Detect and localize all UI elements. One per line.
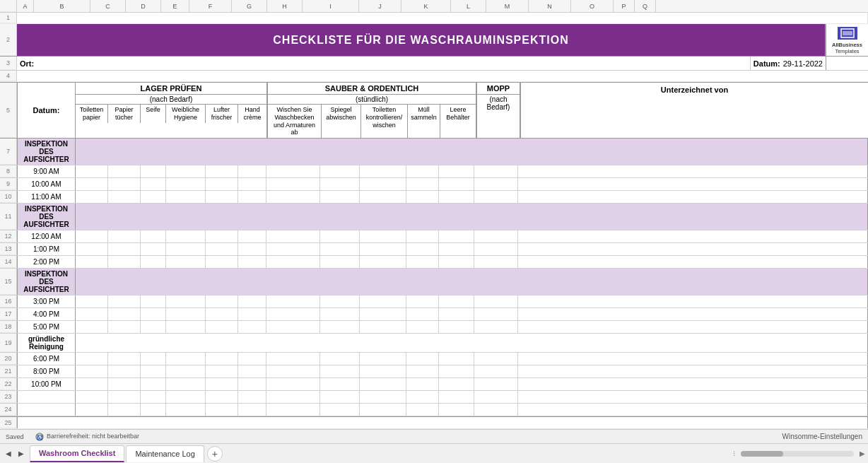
sauber-sub: (stündlich)	[268, 95, 476, 104]
tab-maintenance-log[interactable]: Maintenance Log	[126, 445, 204, 462]
col-luftfrischer: Lufter frischer	[206, 105, 238, 123]
col-letter-L: L	[451, 0, 486, 12]
col-letter-C: C	[90, 0, 126, 12]
lager-sub: (nach Bedarf)	[76, 95, 266, 104]
col-letter-K: K	[401, 0, 451, 12]
col-letter-G: G	[232, 0, 267, 12]
table-row: 163:00 PM	[0, 295, 868, 308]
col-leere-behalter: Leere Behälter	[440, 105, 476, 138]
col-toiletten-kontrollieren: Toiletten kontrollieren/ wischen	[361, 105, 408, 138]
horizontal-scrollbar[interactable]	[741, 451, 854, 457]
svg-text:♿: ♿	[36, 434, 42, 440]
col-handcreme: Hand crème	[238, 105, 266, 123]
col-letter-Q: Q	[635, 0, 656, 12]
row-num-1: 1	[0, 13, 17, 23]
location-label: Ort:	[17, 57, 751, 70]
table-row: 206:00 PM	[0, 353, 868, 365]
date-value: 29-11-2022	[783, 59, 823, 68]
logo-line1: AllBusiness	[832, 42, 862, 48]
table-row: 19gründliche Reinigung	[0, 334, 868, 353]
col-mull: Müll sammeln	[408, 105, 440, 138]
lager-header: LAGER PRÜFEN	[76, 83, 266, 95]
col-letter-D: D	[126, 0, 161, 12]
table-row: 24	[0, 404, 868, 416]
col-letter-M: M	[486, 0, 529, 12]
table-row: 7INSPEKTION DES AUFSICHTER	[0, 139, 868, 165]
col-letter-P: P	[614, 0, 635, 12]
spreadsheet-app: ABCDEFGHIJKLMNOPQ 1 2 CHECKLISTE FÜR DIE…	[0, 0, 868, 463]
tab-washroom-checklist[interactable]: Washroom Checklist	[30, 445, 124, 462]
page-title: CHECKLISTE FÜR DIE WASCHRAUMINSPEKTION	[17, 24, 826, 56]
col-seife: Seife	[141, 105, 166, 123]
status-accessibility: ♿ Barrierefreiheit: nicht bearbeitbar	[35, 433, 140, 441]
row-num-4: 4	[0, 71, 17, 81]
table-row: 89:00 AM	[0, 165, 868, 178]
sauber-header: SAUBER & ORDENTLICH	[268, 83, 476, 95]
table-row: 174:00 PM	[0, 308, 868, 321]
row-num-25: 25	[0, 417, 17, 428]
col-papiertucher: Papier tücher	[108, 105, 141, 123]
spreadsheet-content[interactable]: 1 2 CHECKLISTE FÜR DIE WASCHRAUMINSPEKTI…	[0, 13, 868, 429]
status-saved: Saved	[6, 433, 24, 440]
tab-prev-button[interactable]: ◀	[3, 448, 14, 459]
col-toilettenpapier: Toiletten papier	[76, 105, 108, 123]
col-spiegel: Spiegel abwischen	[322, 105, 361, 138]
table-row: 142:00 PM	[0, 256, 868, 269]
row-num-3: 3	[0, 57, 17, 70]
mopp-header: MOPP	[477, 83, 520, 95]
col-letter-H: H	[267, 0, 303, 12]
row-num-5: 5	[0, 83, 17, 138]
col-letter-A: A	[17, 0, 34, 12]
unterzeichnet-header: Unterzeichnet von	[521, 83, 868, 97]
col-wischen: Wischen Sie Waschbecken und Armaturen ab	[268, 105, 322, 138]
logo-line2: Templates	[835, 48, 859, 54]
status-right: Winsomme-Einstellungen	[782, 433, 862, 440]
col-letter-O: O	[571, 0, 614, 12]
col-letter-F: F	[189, 0, 232, 12]
tab-bar-right: ⁝ ▶	[733, 450, 865, 457]
corner-cell	[0, 0, 17, 12]
table-row: 11INSPEKTION DES AUFSICHTER	[0, 204, 868, 230]
col-letter-B: B	[34, 0, 90, 12]
logo-icon	[836, 25, 859, 41]
data-rows: 7INSPEKTION DES AUFSICHTER89:00 AM910:00…	[0, 139, 868, 416]
mopp-sub: (nach Bedarf)	[477, 95, 520, 138]
table-row: 23	[0, 391, 868, 404]
tab-bar: ◀ ▶ Washroom Checklist Maintenance Log +…	[0, 443, 868, 463]
tab-add-button[interactable]: +	[207, 446, 223, 462]
svg-rect-1	[843, 31, 852, 35]
col-letter-I: I	[303, 0, 359, 12]
col-weibliche-hygiene: Weibliche Hygiene	[166, 105, 206, 123]
col-datum: Datum:	[18, 83, 76, 138]
table-row: 2210:00 PM	[0, 378, 868, 391]
table-row: 15INSPEKTION DES AUFSICHTER	[0, 269, 868, 295]
col-letter-E: E	[161, 0, 189, 12]
column-headers: ABCDEFGHIJKLMNOPQ	[0, 0, 868, 13]
status-bar: Saved ♿ Barrierefreiheit: nicht bearbeit…	[0, 429, 868, 443]
tab-options-dots: ⁝	[733, 450, 735, 457]
scroll-right-arrow[interactable]: ▶	[860, 450, 865, 457]
col-letter-N: N	[529, 0, 571, 12]
table-row: 1212:00 AM	[0, 230, 868, 243]
table-row: 910:00 AM	[0, 178, 868, 191]
tab-next-button[interactable]: ▶	[16, 448, 27, 459]
table-row: 1011:00 AM	[0, 191, 868, 204]
logo-cell: AllBusiness Templates	[826, 24, 868, 56]
table-row: 185:00 PM	[0, 321, 868, 334]
row-num-2: 2	[0, 24, 17, 56]
table-row: 218:00 PM	[0, 365, 868, 378]
table-row: 131:00 PM	[0, 243, 868, 256]
date-label: Datum:	[753, 59, 780, 68]
col-letter-J: J	[359, 0, 401, 12]
